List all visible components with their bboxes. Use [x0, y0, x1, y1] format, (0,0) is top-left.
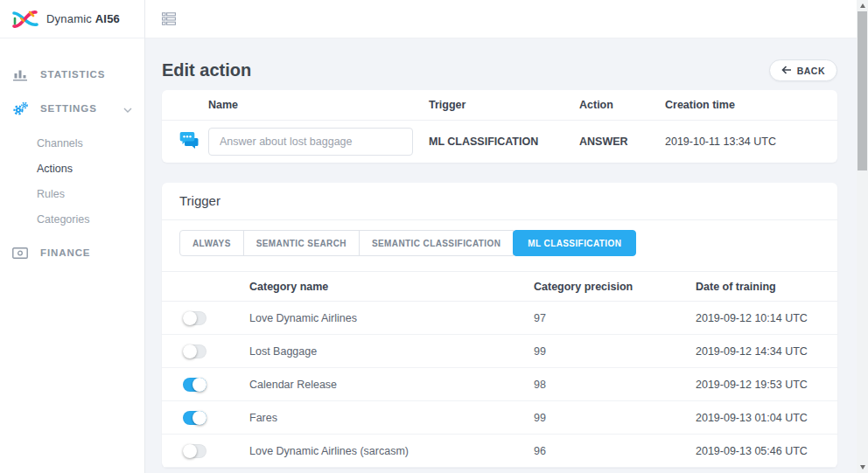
trigger-tab[interactable]: SEMANTIC SEARCH	[243, 230, 360, 256]
sidebar-subitem[interactable]: Rules	[0, 182, 144, 207]
scrollbar-down-arrow[interactable]	[857, 462, 868, 473]
action-trigger-value: ML CLASSIFICATION	[429, 136, 579, 148]
banknote-icon	[12, 247, 28, 259]
page-title: Edit action	[162, 60, 251, 80]
sidebar-subitem[interactable]: Categories	[0, 207, 144, 233]
category-training-date: 2019-09-12 14:34 UTC	[696, 345, 837, 358]
chevron-down-icon	[123, 101, 132, 116]
sidebar: Dynamic AI56 STATISTICS	[0, 0, 145, 473]
trigger-tab-group: ALWAYS SEMANTIC SEARCH SEMANTIC CLASSIFI…	[179, 230, 820, 256]
chat-bubble-icon	[162, 131, 208, 152]
trigger-card: Trigger ALWAYS SEMANTIC SEARCH SEMANTIC …	[162, 183, 837, 468]
sidebar-subitem[interactable]: Actions	[0, 157, 144, 182]
column-header-action: Action	[579, 99, 665, 111]
action-name-input[interactable]	[208, 128, 413, 156]
sidebar-subitem[interactable]: Channels	[0, 131, 144, 157]
category-precision: 96	[534, 445, 696, 457]
vertical-scrollbar[interactable]	[857, 0, 868, 473]
topbar	[145, 0, 857, 38]
category-toggle[interactable]	[183, 378, 206, 392]
sidebar-item-label: STATISTICS	[40, 69, 132, 80]
category-name: Lost Baggage	[249, 345, 534, 358]
action-creation-time: 2019-10-11 13:34 UTC	[665, 136, 837, 148]
sidebar-item-label: FINANCE	[40, 247, 132, 258]
sidebar-item-settings[interactable]: SETTINGS	[0, 95, 144, 122]
action-row: ML CLASSIFICATION ANSWER 2019-10-11 13:3…	[162, 121, 837, 163]
category-row: Calendar Release 98 2019-09-12 19:53 UTC	[162, 368, 837, 401]
settings-submenu: Channels Actions Rules Categories	[0, 129, 144, 240]
sidebar-item-statistics[interactable]: STATISTICS	[0, 61, 144, 87]
category-precision: 99	[534, 345, 696, 358]
action-table-header: Name Trigger Action Creation time	[162, 90, 837, 121]
category-table-header: Category name Category precision Date of…	[162, 271, 837, 302]
brand-logo: Dynamic AI56	[0, 0, 144, 38]
category-toggle[interactable]	[183, 311, 206, 325]
category-name: Fares	[249, 412, 534, 424]
category-table-body: Love Dynamic Airlines 97 2019-09-12 10:1…	[162, 302, 837, 468]
category-training-date: 2019-09-12 10:14 UTC	[696, 312, 837, 324]
column-header-trigger: Trigger	[429, 99, 579, 111]
back-arrow-icon	[781, 66, 792, 76]
column-header-creation-time: Creation time	[665, 99, 837, 111]
category-training-date: 2019-09-12 19:53 UTC	[696, 379, 837, 391]
category-row: Love Dynamic Airlines (sarcasm) 96 2019-…	[162, 435, 837, 468]
category-name: Love Dynamic Airlines (sarcasm)	[249, 445, 534, 457]
sidebar-item-label: SETTINGS	[40, 103, 111, 114]
app-window: Dynamic AI56 STATISTICS	[0, 0, 868, 473]
category-name: Love Dynamic Airlines	[249, 312, 534, 324]
category-toggle[interactable]	[183, 411, 206, 425]
column-header-date-of-training: Date of training	[696, 281, 837, 293]
dna-logo-icon	[10, 7, 40, 31]
category-training-date: 2019-09-13 01:04 UTC	[696, 412, 837, 424]
category-name: Calendar Release	[249, 379, 534, 391]
brand-name: Dynamic AI56	[46, 12, 120, 25]
category-toggle[interactable]	[183, 344, 206, 358]
scrollbar-thumb[interactable]	[858, 11, 867, 170]
menu-list-icon[interactable]	[162, 12, 176, 25]
column-header-category-name: Category name	[249, 281, 534, 293]
trigger-card-title: Trigger	[162, 183, 837, 220]
category-toggle[interactable]	[183, 444, 206, 458]
action-summary-card: Name Trigger Action Creation time	[162, 90, 837, 163]
gears-icon	[12, 101, 28, 115]
column-header-category-precision: Category precision	[534, 281, 696, 293]
scrollbar-up-arrow[interactable]	[857, 0, 868, 11]
column-header-name: Name	[208, 99, 429, 111]
category-precision: 99	[534, 412, 696, 424]
bar-chart-icon	[12, 68, 28, 81]
category-training-date: 2019-09-13 05:46 UTC	[696, 445, 837, 457]
sidebar-item-finance[interactable]: FINANCE	[0, 240, 144, 266]
category-row: Love Dynamic Airlines 97 2019-09-12 10:1…	[162, 302, 837, 335]
trigger-tab[interactable]: SEMANTIC CLASSIFICATION	[359, 230, 514, 256]
page-content: Edit action BACK Name Trigger Action Cre…	[145, 38, 857, 473]
sidebar-nav: STATISTICS SETTINGS	[0, 38, 144, 266]
category-precision: 98	[534, 379, 696, 391]
action-action-value: ANSWER	[579, 136, 665, 148]
back-button[interactable]: BACK	[769, 59, 837, 81]
trigger-tab[interactable]: ML CLASSIFICATION	[513, 230, 636, 256]
category-row: Lost Baggage 99 2019-09-12 14:34 UTC	[162, 335, 837, 368]
main-area: Edit action BACK Name Trigger Action Cre…	[145, 0, 857, 473]
category-precision: 97	[534, 312, 696, 324]
trigger-tab[interactable]: ALWAYS	[179, 230, 244, 256]
category-row: Fares 99 2019-09-13 01:04 UTC	[162, 401, 837, 435]
